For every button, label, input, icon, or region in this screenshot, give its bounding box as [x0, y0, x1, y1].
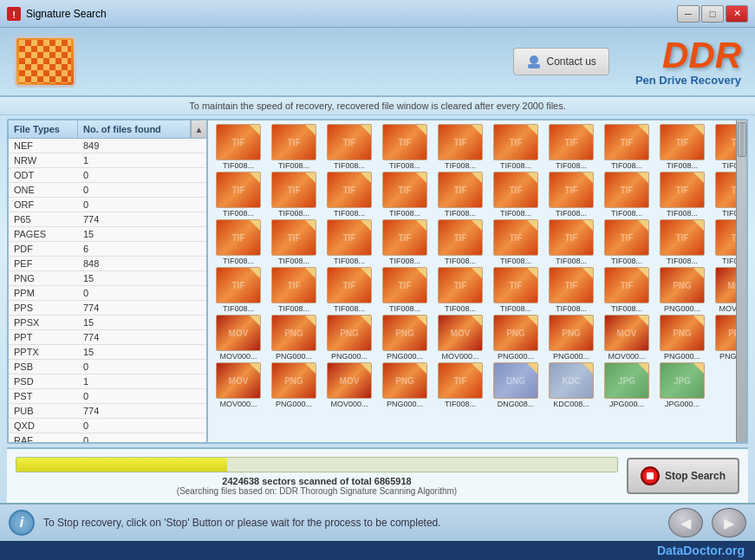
progress-info: 2424638 sectors scanned of total 6865918… — [16, 457, 618, 496]
table-row[interactable]: PDF6 — [9, 242, 206, 257]
thumbnail-item[interactable]: MOV MOV000... — [322, 362, 376, 408]
thumbnail-item[interactable]: TIF TIF008... — [544, 267, 598, 313]
thumbnail-item[interactable]: MOV MOV000... — [212, 362, 265, 408]
thumbnail-item[interactable]: TIF TIF008... — [489, 267, 543, 313]
thumbnail-item[interactable]: TIF TIF008... — [212, 219, 265, 265]
scrollbar[interactable] — [736, 120, 746, 442]
thumbnail-item[interactable]: TIF TIF008... — [322, 267, 376, 313]
table-row[interactable]: PUB774 — [9, 404, 206, 419]
thumbnail-item[interactable]: TIF TIF008... — [378, 219, 432, 265]
thumbnail-item[interactable]: TIF TIF008... — [489, 124, 543, 170]
table-row[interactable]: PPTX15 — [9, 345, 206, 360]
table-row[interactable]: PAGES15 — [9, 227, 206, 242]
thumbnail-item[interactable]: TIF TIF008... — [378, 172, 432, 218]
thumbnail-item[interactable]: TIF TIF008... — [544, 219, 598, 265]
thumbnail-item[interactable]: TIF TIF008... — [489, 172, 543, 218]
thumbnail-item[interactable]: MOV MOV000... — [433, 315, 487, 361]
thumbnail-item[interactable]: TIF TIF008... — [711, 172, 736, 218]
table-row[interactable]: PPT774 — [9, 330, 206, 345]
table-row[interactable]: PPS774 — [9, 301, 206, 316]
table-row[interactable]: ORF0 — [9, 198, 206, 212]
table-row[interactable]: ODT0 — [9, 168, 206, 183]
thumb-label: TIF008... — [433, 400, 487, 408]
thumbnail-item[interactable]: PNG PNG000... — [489, 315, 543, 361]
thumbnail-item[interactable]: PNG PNG000... — [322, 315, 376, 361]
thumbnail-item[interactable]: PNG PNG000... — [655, 315, 709, 361]
thumbnail-item[interactable]: DNG DNG008... — [489, 362, 543, 408]
scroll-up-arrow[interactable]: ▲ — [191, 120, 206, 138]
thumbnail-item[interactable]: TIF TIF008... — [655, 124, 709, 170]
table-row[interactable]: P65774 — [9, 212, 206, 227]
thumbnail-item[interactable]: TIF TIF008... — [212, 267, 265, 313]
thumbnail-item[interactable]: TIF TIF008... — [267, 124, 321, 170]
thumbnail-item[interactable]: TIF TIF008... — [433, 172, 487, 218]
table-row[interactable]: QXD0 — [9, 419, 206, 433]
table-row[interactable]: NRW1 — [9, 153, 206, 168]
thumbnail-item[interactable]: TIF TIF008... — [489, 219, 543, 265]
notice-bar: To maintain the speed of recovery, recov… — [0, 97, 755, 115]
thumbnail-item[interactable]: PNG PNG000... — [544, 315, 598, 361]
thumbnail-item[interactable]: JPG JPG000... — [600, 362, 654, 408]
thumbnail-item[interactable]: TIF TIF008... — [267, 267, 321, 313]
scroll-thumb[interactable] — [738, 122, 746, 157]
thumbnail-item[interactable]: TIF TIF008... — [544, 172, 598, 218]
table-row[interactable]: NEF849 — [9, 139, 206, 153]
thumbnail-item[interactable]: TIF TIF008... — [600, 124, 654, 170]
thumbnail-item[interactable]: PNG PNG000... — [711, 315, 736, 361]
thumbnail-item[interactable]: TIF TIF008... — [212, 124, 265, 170]
thumb-label: TIF008... — [600, 209, 654, 218]
stop-search-button[interactable]: Stop Search — [627, 458, 739, 494]
thumbnail-item[interactable]: TIF TIF008... — [322, 124, 376, 170]
thumbnail-item[interactable]: TIF TIF008... — [600, 219, 654, 265]
minimize-button[interactable]: ─ — [677, 5, 700, 23]
thumbnail-item[interactable]: TIF TIF008... — [212, 172, 265, 218]
table-row[interactable]: PST0 — [9, 389, 206, 404]
thumbnail-item[interactable]: TIF TIF008... — [544, 124, 598, 170]
thumb-label: TIF008... — [212, 209, 265, 218]
thumbnail-item[interactable]: TIF TIF008... — [267, 219, 321, 265]
thumb-type-icon: PNG — [340, 329, 359, 338]
table-row[interactable]: PNG15 — [9, 271, 206, 286]
thumbnail-item[interactable]: TIF TIF008... — [433, 219, 487, 265]
thumbnail-item[interactable]: TIF TIF008... — [655, 172, 709, 218]
thumbnail-item[interactable]: KDC KDC008... — [544, 362, 598, 408]
thumbnail-item[interactable]: PNG PNG000... — [655, 267, 709, 313]
table-row[interactable]: RAF0 — [9, 433, 206, 442]
thumbnail-item[interactable]: PNG PNG000... — [378, 315, 432, 361]
thumbnail-item[interactable]: MOV MOV000... — [212, 315, 265, 361]
thumbnail-item[interactable]: PNG PNG000... — [267, 362, 321, 408]
table-row[interactable]: PPM0 — [9, 286, 206, 301]
titlebar: ! Signature Search ─ □ ✕ — [0, 0, 755, 28]
thumbnail-item[interactable]: TIF TIF008... — [322, 219, 376, 265]
thumbnail-item[interactable]: TIF TIF008... — [433, 362, 487, 408]
table-row[interactable]: PEF848 — [9, 257, 206, 271]
thumbnail-item[interactable]: TIF TIF008... — [267, 172, 321, 218]
thumbnail-item[interactable]: TIF TIF008... — [378, 124, 432, 170]
table-row[interactable]: PSD1 — [9, 374, 206, 389]
thumbnail-item[interactable]: PNG PNG000... — [378, 362, 432, 408]
thumbnail-item[interactable]: JPG JPG000... — [655, 362, 709, 408]
next-button[interactable]: ▶ — [712, 508, 746, 537]
thumbnail-row: TIF TIF008... TIF TIF008... TIF TIF008..… — [212, 124, 732, 170]
close-button[interactable]: ✕ — [726, 5, 748, 23]
thumbnail-item[interactable]: TIF TIF008... — [322, 172, 376, 218]
thumb-type-icon: TIF — [454, 138, 467, 147]
maximize-button[interactable]: □ — [701, 5, 724, 23]
thumbnail-item[interactable]: MOV MOV000... — [600, 315, 654, 361]
thumb-label: TIF008... — [600, 257, 654, 265]
thumbnail-item[interactable]: TIF TIF008... — [378, 267, 432, 313]
thumbnail-item[interactable]: MOV MOV000... — [711, 267, 736, 313]
table-row[interactable]: ONE0 — [9, 183, 206, 198]
thumbnail-item[interactable]: TIF TIF008... — [600, 267, 654, 313]
table-row[interactable]: PPSX15 — [9, 316, 206, 330]
thumbnail-item[interactable]: TIF TIF008... — [655, 219, 709, 265]
thumbnail-item[interactable]: TIF TIF008... — [433, 124, 487, 170]
thumbnail-item[interactable]: TIF TIF008... — [600, 172, 654, 218]
thumbnail-item[interactable]: TIF TIF008... — [433, 267, 487, 313]
table-row[interactable]: PSB0 — [9, 360, 206, 374]
thumbnail-item[interactable]: TIF TIF008... — [711, 124, 736, 170]
thumbnail-item[interactable]: TIF TIF008... — [711, 219, 736, 265]
prev-button[interactable]: ◀ — [668, 508, 703, 537]
thumbnail-item[interactable]: PNG PNG000... — [267, 315, 321, 361]
contact-button[interactable]: Contact us — [513, 48, 609, 75]
